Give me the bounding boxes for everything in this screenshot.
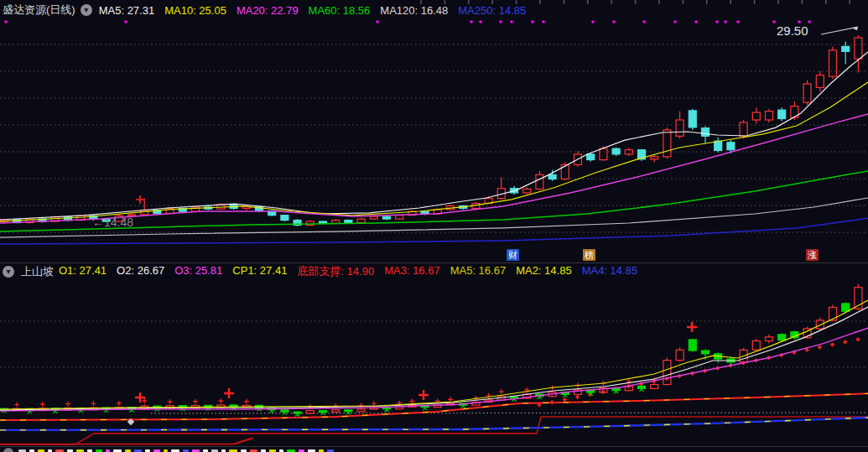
event-badge[interactable]: 涨	[806, 249, 819, 261]
sar-dot	[549, 400, 554, 405]
indicator-title: 上山坡	[21, 264, 54, 279]
candle-body	[727, 143, 735, 150]
buy-plus-mark	[218, 398, 223, 403]
candle-body	[625, 150, 632, 154]
buy-plus-mark	[117, 401, 122, 406]
candle-body	[370, 216, 377, 219]
candle-body	[651, 385, 658, 389]
candle-body	[676, 350, 683, 360]
legend-item: MA250: 14.85	[458, 4, 526, 17]
legend-item: 底部支撑: 14.90	[297, 264, 374, 279]
chart-panel-indicator-shangshanpo[interactable]	[0, 284, 868, 444]
candle-body	[587, 154, 595, 160]
signal-dot	[510, 20, 513, 23]
candle-body	[676, 120, 683, 136]
signal-dot	[591, 20, 595, 23]
candle-body	[803, 84, 811, 102]
signal-dot	[724, 20, 727, 23]
chevron-circle-icon	[3, 448, 13, 452]
candle-body	[752, 341, 760, 351]
legend-item: O1: 27.41	[59, 264, 107, 279]
buy-plus-mark	[14, 402, 19, 407]
candle-body	[548, 174, 556, 179]
candle-body	[332, 221, 340, 224]
sar-dot	[855, 337, 860, 342]
stock-title: 盛达资源(日线)	[3, 3, 75, 18]
signal-dot	[642, 20, 646, 23]
chart-panel-main-price[interactable]	[0, 0, 868, 244]
signal-dot	[479, 20, 482, 23]
clipped-panel-line	[0, 439, 252, 444]
candle-body	[281, 410, 288, 412]
candle-body	[638, 386, 646, 388]
signal-dot	[808, 20, 811, 23]
candle-body	[320, 411, 327, 413]
legend-item: MA60: 18.56	[309, 4, 371, 17]
sar-dot	[818, 345, 823, 350]
buy-plus-mark	[40, 402, 45, 407]
sar-dot	[563, 397, 568, 403]
ma-line-MA20	[0, 114, 868, 223]
chevron-down-icon[interactable]: ▾	[81, 4, 92, 16]
signal-dot	[736, 20, 740, 23]
candle-body	[396, 216, 403, 219]
candle-body	[357, 409, 365, 412]
legend-item: MA2: 14.85	[516, 264, 572, 279]
buy-plus-mark	[168, 399, 173, 404]
candle-body	[523, 189, 531, 192]
ma-line-yellow	[0, 300, 868, 409]
candle-body	[332, 410, 340, 413]
candle-body	[345, 221, 352, 223]
panel-divider[interactable]	[0, 262, 868, 263]
candle-body	[855, 38, 862, 59]
event-badge[interactable]: 财	[507, 249, 519, 261]
sar-dot	[830, 342, 835, 347]
price-annotation-high: 29.50	[777, 23, 808, 38]
indicator-legend: O1: 27.41O2: 26.67O3: 25.81CP1: 27.41底部支…	[59, 264, 637, 279]
signal-dot	[694, 20, 698, 23]
annotation-arrow	[821, 27, 858, 34]
buy-plus-mark	[499, 389, 504, 394]
signal-dot	[673, 20, 677, 23]
candle-body	[778, 335, 786, 340]
signal-dot	[542, 20, 545, 23]
buy-plus-mark	[91, 401, 96, 406]
chevron-down-icon[interactable]: ▾	[3, 266, 14, 278]
price-annotation-low: ←14.48	[92, 216, 133, 229]
legend-item: MA10: 25.05	[164, 4, 226, 17]
indicator-line-gray-dotted	[151, 413, 868, 413]
buy-plus-mark	[193, 399, 198, 404]
clipped-panel-header	[0, 447, 868, 452]
event-badge[interactable]: 榜	[583, 249, 595, 261]
main-panel-header: 盛达资源(日线) ▾ MA5: 27.31MA10: 25.05MA20: 22…	[3, 3, 868, 18]
buy-plus-mark	[372, 401, 377, 406]
indicator-line-aux-red	[0, 439, 253, 444]
signal-dot	[499, 20, 502, 23]
candle-body	[829, 308, 837, 320]
candle-body	[357, 219, 365, 222]
legend-item: MA120: 16.48	[380, 4, 448, 17]
signal-dot	[531, 20, 534, 23]
candle-body	[689, 340, 696, 351]
legend-item: MA5: 16.67	[450, 264, 507, 279]
candle-body	[600, 148, 607, 159]
candle-body	[702, 128, 709, 137]
candle-body	[281, 216, 288, 221]
candle-body	[829, 50, 837, 76]
signal-dot	[376, 20, 379, 23]
legend-item: MA20: 22.79	[236, 4, 299, 17]
candle-body	[651, 157, 658, 159]
legend-item: O2: 26.67	[117, 264, 164, 279]
candles	[1, 35, 862, 226]
candle-body	[842, 304, 850, 311]
legend-item: MA5: 27.31	[99, 4, 155, 17]
stock-chart-window: 盛达资源(日线) ▾ MA5: 27.31MA10: 25.05MA20: 22…	[0, 0, 868, 452]
candle-body	[702, 351, 709, 354]
ma-legend: MA5: 27.31MA10: 25.05MA20: 22.79MA60: 18…	[99, 4, 527, 17]
signal-dot	[470, 20, 473, 23]
sar-dot	[575, 395, 580, 400]
big-plus-mark	[224, 388, 234, 398]
indicator-panel-header: ▾ 上山坡 O1: 27.41O2: 26.67O3: 25.81CP1: 27…	[3, 264, 868, 279]
candle-body	[306, 411, 314, 413]
signal-dot	[772, 20, 776, 23]
